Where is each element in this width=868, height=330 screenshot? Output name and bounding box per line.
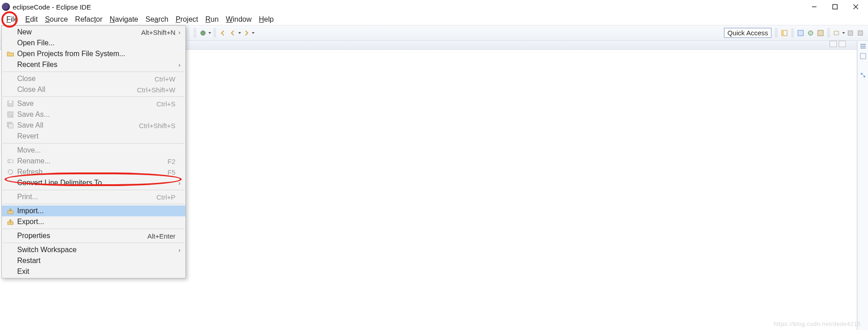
minimize-view-button[interactable]: [830, 41, 837, 47]
task-list-icon[interactable]: [859, 53, 867, 60]
java-perspective-icon[interactable]: [797, 29, 805, 37]
menu-item-export[interactable]: Export...: [2, 216, 185, 227]
forward-icon[interactable]: [242, 29, 250, 37]
svg-point-1: [201, 31, 205, 35]
dropdown-icon[interactable]: [842, 29, 845, 37]
menu-item-label: Close All: [15, 86, 132, 94]
svg-rect-4: [798, 30, 803, 36]
watermark-text: https://blog.csdn.net/dede4215: [774, 320, 861, 327]
restore-icon[interactable]: [856, 29, 864, 37]
maximize-view-button[interactable]: [839, 41, 846, 47]
submenu-arrow-icon: ›: [175, 247, 181, 253]
menu-item-save-all: Save AllCtrl+Shift+S: [2, 120, 185, 131]
toolbar-grip[interactable]: [213, 29, 216, 38]
menu-item-shortcut: Ctrl+Shift+S: [134, 122, 175, 129]
menu-item-recent-files[interactable]: Recent Files›: [2, 59, 185, 70]
dropdown-icon[interactable]: [208, 29, 212, 37]
menu-item-exit[interactable]: Exit: [2, 266, 185, 277]
toolbar-grip[interactable]: [827, 29, 830, 38]
minimize-button[interactable]: [804, 0, 825, 14]
menu-item-label: Open Projects from File System...: [15, 50, 171, 58]
menu-refactor[interactable]: Refactor: [71, 14, 106, 24]
menu-item-save: SaveCtrl+S: [2, 98, 185, 109]
menu-item-shortcut: F2: [163, 158, 175, 165]
toolbar-grip[interactable]: [193, 29, 196, 38]
save-icon: [5, 100, 15, 107]
menu-edit[interactable]: Edit: [22, 14, 42, 24]
menu-item-move: Move...: [2, 145, 185, 156]
submenu-arrow-icon: ›: [175, 29, 181, 36]
titlebar: eclipseCode - Eclipse IDE: [0, 0, 868, 14]
refresh-icon: [5, 168, 15, 176]
menu-item-label: Restart: [15, 257, 171, 265]
menu-project[interactable]: Project: [172, 14, 202, 24]
maximize-button[interactable]: [825, 0, 845, 14]
menu-item-open-file[interactable]: Open File...: [2, 38, 185, 48]
team-perspective-icon[interactable]: [816, 29, 825, 37]
toolbar-grip[interactable]: [775, 29, 778, 38]
menu-item-shortcut: F5: [163, 168, 175, 176]
menu-item-label: Save As...: [15, 110, 171, 119]
export-icon: [5, 218, 15, 225]
open-perspective-icon[interactable]: [780, 29, 788, 37]
outline-tree-icon[interactable]: [859, 72, 867, 79]
dropdown-icon[interactable]: [251, 29, 255, 37]
menu-item-label: Close: [15, 75, 150, 83]
menu-window[interactable]: Window: [222, 14, 255, 24]
back-icon[interactable]: [219, 29, 227, 37]
outline-icon[interactable]: [859, 43, 867, 50]
back-history-icon[interactable]: [229, 29, 237, 37]
menu-item-label: Convert Line Delimiters To: [15, 179, 171, 187]
menu-item-label: Revert: [15, 132, 171, 140]
svg-rect-15: [8, 160, 13, 163]
dropdown-icon[interactable]: [238, 29, 241, 37]
toolbar-grip[interactable]: [791, 29, 794, 38]
menu-item-label: Recent Files: [15, 61, 171, 69]
menu-item-label: Export...: [15, 218, 171, 226]
debug-icon[interactable]: [199, 29, 207, 37]
new-window-icon[interactable]: [833, 29, 841, 37]
svg-rect-6: [818, 30, 823, 36]
debug-perspective-icon[interactable]: [807, 29, 815, 37]
menu-item-rename: Rename...F2: [2, 156, 185, 167]
save-as-icon: [5, 111, 15, 118]
menu-item-restart[interactable]: Restart: [2, 255, 185, 266]
svg-rect-19: [860, 46, 866, 47]
menu-item-close: CloseCtrl+W: [2, 73, 185, 84]
menu-item-properties[interactable]: PropertiesAlt+Enter: [2, 230, 185, 241]
menu-item-import[interactable]: Import...: [2, 206, 185, 216]
eclipse-icon: [2, 3, 10, 11]
svg-rect-21: [860, 53, 866, 59]
menu-item-close-all: Close AllCtrl+Shift+W: [2, 84, 185, 95]
menu-item-refresh: RefreshF5: [2, 167, 185, 177]
file-menu-dropdown: NewAlt+Shift+N›Open File...Open Projects…: [1, 25, 186, 278]
pin-icon[interactable]: [846, 29, 854, 37]
menu-item-save-as: Save As...: [2, 109, 185, 120]
menu-item-open-projects-from-file-system[interactable]: Open Projects from File System...: [2, 48, 185, 59]
menu-navigate[interactable]: Navigate: [106, 14, 142, 24]
close-button[interactable]: [845, 0, 866, 14]
menu-item-label: Import...: [15, 207, 171, 215]
menu-item-shortcut: Ctrl+Shift+W: [132, 86, 175, 94]
menu-item-label: Exit: [15, 268, 171, 276]
menu-help[interactable]: Help: [255, 14, 278, 24]
svg-point-5: [808, 31, 813, 35]
menu-search[interactable]: Search: [142, 14, 172, 24]
svg-rect-14: [9, 124, 13, 128]
menu-source[interactable]: Source: [41, 14, 71, 24]
menu-item-switch-workspace[interactable]: Switch Workspace›: [2, 244, 185, 255]
menu-item-print: Print...Ctrl+P: [2, 191, 185, 202]
save-all-icon: [5, 122, 15, 129]
menu-item-label: Open File...: [15, 39, 171, 47]
menu-item-convert-line-delimiters-to[interactable]: Convert Line Delimiters To›: [2, 177, 185, 188]
svg-rect-3: [782, 30, 784, 36]
folder-open-icon: [5, 50, 15, 57]
menu-file[interactable]: File: [3, 14, 22, 24]
menu-item-label: Move...: [15, 146, 171, 154]
menu-run[interactable]: Run: [202, 14, 222, 24]
submenu-arrow-icon: ›: [175, 180, 181, 187]
svg-rect-20: [860, 48, 866, 48]
quick-access-input[interactable]: Quick Access: [724, 28, 771, 38]
menu-item-new[interactable]: NewAlt+Shift+N›: [2, 27, 185, 38]
menu-item-label: Properties: [15, 232, 143, 240]
